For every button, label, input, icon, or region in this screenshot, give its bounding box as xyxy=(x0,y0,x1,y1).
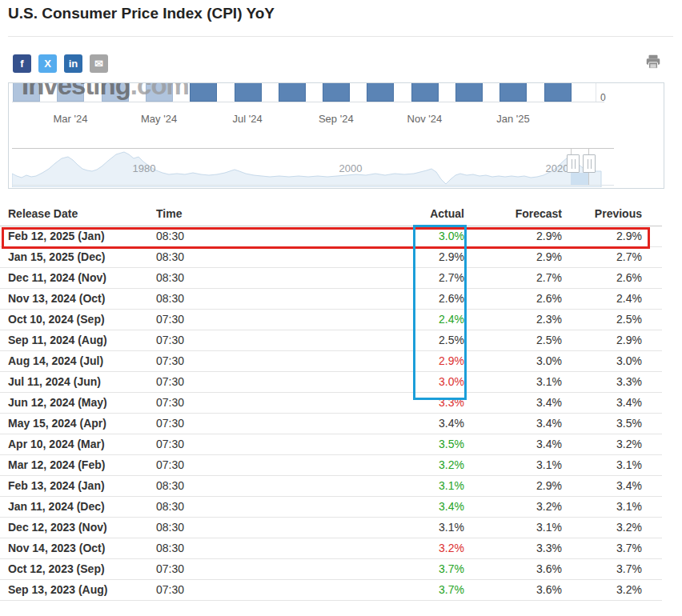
release-date-cell: Aug 14, 2024 (Jul) xyxy=(0,350,156,371)
facebook-share-icon: f xyxy=(20,58,23,69)
navigator-area-chart xyxy=(12,149,614,187)
table-row: Jun 12, 2024 (May)07:303.3%3.4%3.4% xyxy=(0,392,662,413)
spacer-cell xyxy=(642,496,662,517)
table-row: Dec 11, 2024 (Nov)08:302.7%2.7%2.6% xyxy=(0,267,662,288)
navigator-right-handle[interactable] xyxy=(583,154,596,173)
previous-cell: 3.2% xyxy=(562,579,642,600)
previous-cell: 3.7% xyxy=(562,538,642,558)
release-date-cell: Apr 10, 2024 (Mar) xyxy=(0,434,156,454)
forecast-cell: 3.1% xyxy=(464,517,562,538)
header-actual: Actual xyxy=(404,202,464,226)
previous-cell: 2.7% xyxy=(562,246,642,267)
time-cell: 07:30 xyxy=(156,309,404,330)
forecast-cell: 2.6% xyxy=(464,288,562,309)
cpi-bar xyxy=(455,82,483,102)
release-date-cell: Dec 12, 2023 (Nov) xyxy=(0,517,156,538)
time-cell: 08:30 xyxy=(156,226,404,246)
spacer-cell xyxy=(642,413,662,434)
y-axis-zero-label: 0 xyxy=(600,92,606,103)
spacer-cell xyxy=(642,226,662,246)
share-buttons: fXin✉ xyxy=(13,54,108,73)
actual-cell: 3.1% xyxy=(404,517,464,538)
actual-cell: 2.6% xyxy=(404,288,464,309)
table-row: Jan 15, 2025 (Dec)08:302.9%2.9%2.7% xyxy=(0,246,662,267)
forecast-cell: 3.4% xyxy=(464,434,562,454)
investing-watermark: Investing.com xyxy=(22,83,189,100)
table-row: Apr 10, 2024 (Mar)07:303.5%3.4%3.2% xyxy=(0,434,662,454)
linkedin-share-button[interactable]: in xyxy=(64,54,82,73)
release-history-table: Release Date Time Actual Forecast Previo… xyxy=(0,202,662,601)
cpi-history-chart: Investing.com 0 Mar '24May '24Jul '24Sep… xyxy=(8,82,664,189)
forecast-cell: 3.6% xyxy=(464,558,562,579)
actual-cell: 2.4% xyxy=(404,309,464,330)
forecast-cell: 3.6% xyxy=(464,579,562,600)
previous-cell: 3.4% xyxy=(562,475,642,496)
forecast-cell: 2.9% xyxy=(464,226,562,246)
time-cell: 08:30 xyxy=(156,496,404,517)
plot-right-border xyxy=(596,83,596,102)
table-row: Feb 12, 2025 (Jan)08:303.0%2.9%2.9% xyxy=(0,226,662,246)
forecast-cell: 3.4% xyxy=(464,413,562,434)
actual-cell: 3.3% xyxy=(404,392,464,413)
previous-cell: 3.5% xyxy=(562,413,642,434)
forecast-cell: 3.3% xyxy=(464,538,562,558)
email-share-icon: ✉ xyxy=(94,58,103,69)
actual-cell: 3.2% xyxy=(404,454,464,475)
time-cell: 07:30 xyxy=(156,330,404,350)
x-share-icon: X xyxy=(44,58,51,69)
table-row: Sep 11, 2024 (Aug)07:302.5%2.5%2.9% xyxy=(0,330,662,350)
forecast-cell: 3.4% xyxy=(464,392,562,413)
forecast-cell: 3.2% xyxy=(464,496,562,517)
facebook-share-button[interactable]: f xyxy=(13,54,31,73)
cpi-bar xyxy=(544,82,572,102)
navigator-left-handle[interactable] xyxy=(567,154,580,173)
actual-cell: 2.9% xyxy=(404,350,464,371)
release-date-cell: Mar 12, 2024 (Feb) xyxy=(0,454,156,475)
previous-cell: 2.4% xyxy=(562,288,642,309)
email-share-button[interactable]: ✉ xyxy=(90,54,108,73)
table-row: Mar 12, 2024 (Feb)07:303.2%3.1%3.1% xyxy=(0,454,662,475)
navigator-selected-range[interactable] xyxy=(571,173,588,185)
actual-cell: 3.4% xyxy=(404,413,464,434)
table-row: Feb 13, 2024 (Jan)08:303.1%2.9%3.4% xyxy=(0,475,662,496)
time-cell: 08:30 xyxy=(156,538,404,558)
cpi-bar xyxy=(190,82,217,102)
watermark-suffix: .com xyxy=(130,83,189,100)
header-spacer xyxy=(642,202,662,226)
forecast-cell: 2.9% xyxy=(464,475,562,496)
spacer-cell xyxy=(642,538,662,558)
forecast-cell: 2.7% xyxy=(464,267,562,288)
time-cell: 08:30 xyxy=(156,246,404,267)
results-table-body: Feb 12, 2025 (Jan)08:303.0%2.9%2.9%Jan 1… xyxy=(0,226,662,600)
spacer-cell xyxy=(642,434,662,454)
previous-cell: 3.0% xyxy=(562,350,642,371)
spacer-cell xyxy=(642,558,662,579)
forecast-cell: 2.3% xyxy=(464,309,562,330)
table-row: Jan 11, 2024 (Dec)08:303.4%3.2%3.1% xyxy=(0,496,662,517)
actual-cell: 3.2% xyxy=(404,538,464,558)
table-row: Nov 14, 2023 (Oct)08:303.2%3.3%3.7% xyxy=(0,538,662,558)
time-cell: 08:30 xyxy=(156,267,404,288)
watermark-text: Investing xyxy=(22,83,130,100)
previous-cell: 3.1% xyxy=(562,454,642,475)
x-axis-label: May '24 xyxy=(141,113,177,125)
release-date-cell: May 15, 2024 (Apr) xyxy=(0,413,156,434)
x-axis-label: Sep '24 xyxy=(319,113,354,125)
print-button[interactable] xyxy=(644,53,663,72)
time-cell: 07:30 xyxy=(156,392,404,413)
spacer-cell xyxy=(642,579,662,600)
x-axis-label: Jan '25 xyxy=(496,113,530,125)
x-share-button[interactable]: X xyxy=(38,54,57,73)
actual-cell: 3.7% xyxy=(404,579,464,600)
previous-cell: 2.9% xyxy=(562,226,642,246)
release-date-cell: Dec 11, 2024 (Nov) xyxy=(0,267,156,288)
actual-cell: 3.0% xyxy=(404,371,464,392)
navigator-bottom-line xyxy=(12,185,614,186)
table-row: Nov 13, 2024 (Oct)08:302.6%2.6%2.4% xyxy=(0,288,662,309)
previous-cell: 3.3% xyxy=(562,371,642,392)
time-cell: 07:30 xyxy=(156,434,404,454)
release-date-cell: Oct 12, 2023 (Sep) xyxy=(0,558,156,579)
spacer-cell xyxy=(642,350,662,371)
forecast-cell: 3.1% xyxy=(464,371,562,392)
table-header-row: Release Date Time Actual Forecast Previo… xyxy=(0,202,662,226)
